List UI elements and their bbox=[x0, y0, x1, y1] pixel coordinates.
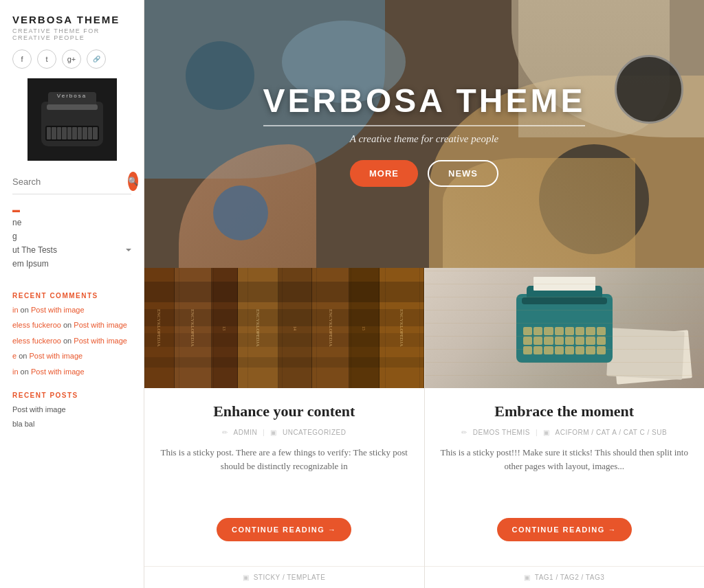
post-excerpt-1: This is a sticky post. There are a few t… bbox=[160, 446, 409, 504]
post-title-1: Enhance your content bbox=[160, 402, 409, 422]
post-body-2: Embrace the moment ✏ DEMOS THEMIS | ▣ AC… bbox=[425, 388, 705, 566]
post-category-2: ACIFORM / CAT A / CAT C / SUB bbox=[555, 429, 667, 436]
hero-news-button[interactable]: NEWS bbox=[428, 160, 498, 187]
post-author-1: ADMIN bbox=[234, 429, 258, 436]
post-footer-2: ▣ TAG1 / TAG2 / TAG3 bbox=[425, 566, 705, 588]
recent-post-item[interactable]: bla bal bbox=[12, 419, 131, 429]
separator-1: | bbox=[263, 429, 265, 436]
sidebar-nav: ▬ ne g ut The Tests em Ipsum bbox=[12, 205, 131, 269]
post-tags-2: TAG1 / TAG2 / TAG3 bbox=[535, 574, 604, 581]
main-content: VERBOSA THEME A creative theme for creat… bbox=[144, 0, 704, 588]
post-excerpt-2: This is a sticky post!!! Make sure it st… bbox=[440, 446, 690, 504]
pen-icon: ✏ bbox=[222, 429, 228, 436]
hero-section: VERBOSA THEME A creative theme for creat… bbox=[144, 0, 704, 268]
category-icon-2: ▣ bbox=[543, 429, 550, 436]
chevron-down-icon bbox=[126, 249, 131, 251]
continue-reading-button-1[interactable]: CONTINUE READING → bbox=[217, 518, 351, 541]
hero-content: VERBOSA THEME A creative theme for creat… bbox=[263, 82, 586, 187]
comment-user[interactable]: in bbox=[12, 306, 19, 314]
comment-post-link[interactable]: Post with image bbox=[31, 306, 85, 314]
post-author-2: DEMOS THEMIS bbox=[473, 429, 530, 436]
recent-post-item[interactable]: Post with image bbox=[12, 405, 131, 415]
post-tags-1: STICKY / TEMPLATE bbox=[254, 574, 326, 581]
link-icon[interactable]: 🔗 bbox=[87, 49, 106, 69]
post-image-typewriter bbox=[425, 268, 705, 388]
comment-post-link[interactable]: Post with image bbox=[31, 368, 85, 376]
recent-comments-title: RECENT COMMENTS bbox=[12, 292, 131, 299]
sidebar-item-portfolio[interactable]: g bbox=[12, 231, 131, 241]
post-image-books: ENCYKLOPEDJA ENCYKLOPEDJA 13 ENCYKLOPEDJ… bbox=[144, 268, 424, 388]
hero-title: VERBOSA THEME bbox=[263, 82, 586, 126]
post-meta-1: ✏ ADMIN | ▣ UNCATEGORIZED bbox=[160, 429, 409, 436]
sidebar-item-about[interactable]: ut The Tests bbox=[12, 245, 131, 255]
post-meta-2: ✏ DEMOS THEMIS | ▣ ACIFORM / CAT A / CAT… bbox=[440, 429, 690, 436]
post-body-1: Enhance your content ✏ ADMIN | ▣ UNCATEG… bbox=[144, 388, 424, 566]
sidebar-item-blog[interactable]: ne bbox=[12, 218, 131, 227]
twitter-icon[interactable]: t bbox=[37, 49, 56, 69]
post-footer-1: ▣ STICKY / TEMPLATE bbox=[144, 566, 424, 588]
tag-icon-1: ▣ bbox=[243, 574, 250, 581]
recent-comments-list: in on Post with image eless fuckeroo on … bbox=[12, 305, 131, 382]
sidebar: VERBOSA THEME CREATIVE THEME FOR CREATIV… bbox=[0, 0, 144, 588]
post-typewriter-image bbox=[516, 294, 613, 363]
separator-2: | bbox=[536, 429, 538, 436]
search-icon: 🔍 bbox=[128, 177, 138, 186]
hero-subtitle: A creative theme for creative people bbox=[263, 133, 586, 145]
comment-item: in on Post with image bbox=[12, 367, 131, 377]
comment-user[interactable]: eless fuckeroo bbox=[12, 337, 61, 345]
category-icon-1: ▣ bbox=[270, 429, 277, 436]
facebook-icon[interactable]: f bbox=[12, 49, 32, 69]
comment-post-link[interactable]: Post with image bbox=[74, 337, 127, 345]
social-icons-row: f t g+ 🔗 bbox=[12, 49, 131, 69]
comment-user[interactable]: eless fuckeroo bbox=[12, 321, 61, 329]
post-card-2: Embrace the moment ✏ DEMOS THEMIS | ▣ AC… bbox=[425, 268, 705, 588]
comment-post-link[interactable]: Post with image bbox=[74, 321, 127, 329]
posts-grid: ENCYKLOPEDJA ENCYKLOPEDJA 13 ENCYKLOPEDJ… bbox=[144, 268, 704, 588]
brand-title: VERBOSA THEME bbox=[12, 14, 131, 26]
comment-user[interactable]: e bbox=[12, 352, 16, 360]
typewriter-illustration bbox=[41, 102, 103, 146]
post-card-1: ENCYKLOPEDJA ENCYKLOPEDJA 13 ENCYKLOPEDJ… bbox=[144, 268, 425, 588]
search-input[interactable] bbox=[12, 174, 128, 190]
comment-item: eless fuckeroo on Post with image bbox=[12, 336, 131, 346]
sidebar-item-home[interactable]: ▬ bbox=[12, 205, 131, 214]
hero-more-button[interactable]: MORE bbox=[350, 160, 418, 187]
brand-subtitle: CREATIVE THEME FOR CREATIVE PEOPLE bbox=[12, 27, 131, 41]
continue-reading-button-2[interactable]: CONTINUE READING → bbox=[497, 518, 632, 541]
hero-buttons: MORE NEWS bbox=[263, 160, 586, 187]
tag-icon-2: ▣ bbox=[524, 574, 531, 581]
recent-posts-list: Post with image bla bal bbox=[12, 405, 131, 434]
sidebar-item-lorem[interactable]: em Ipsum bbox=[12, 259, 131, 269]
googleplus-icon[interactable]: g+ bbox=[62, 49, 81, 69]
search-button[interactable]: 🔍 bbox=[128, 172, 138, 191]
comment-post-link[interactable]: Post with image bbox=[29, 352, 82, 360]
post-category-1: UNCATEGORIZED bbox=[283, 429, 346, 436]
comment-item: e on Post with image bbox=[12, 351, 131, 361]
search-row: 🔍 bbox=[12, 172, 131, 194]
pen-icon-2: ✏ bbox=[461, 429, 468, 436]
post-title-2: Embrace the moment bbox=[440, 402, 690, 422]
comment-item: eless fuckeroo on Post with image bbox=[12, 320, 131, 330]
recent-posts-title: RECENT POSTS bbox=[12, 392, 131, 399]
comment-user[interactable]: in bbox=[12, 368, 19, 376]
comment-item: in on Post with image bbox=[12, 305, 131, 315]
sidebar-logo: Verbosa bbox=[28, 78, 117, 161]
